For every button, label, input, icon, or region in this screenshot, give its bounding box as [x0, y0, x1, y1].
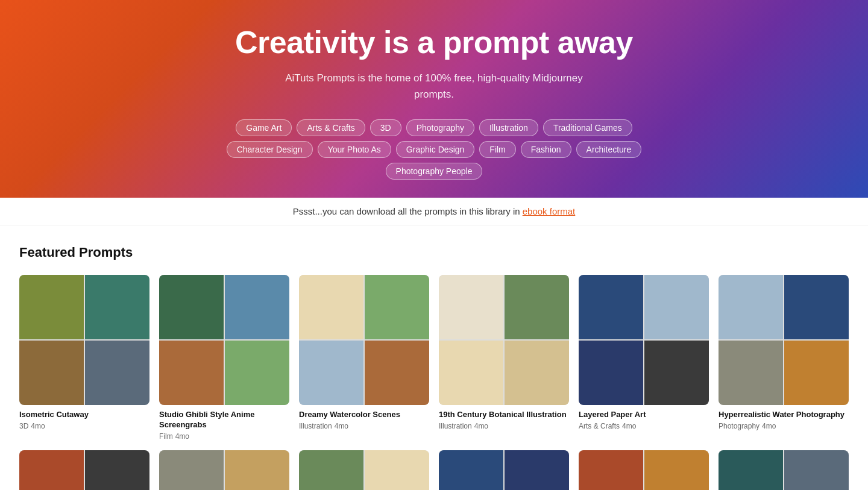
card-image [579, 275, 709, 405]
card-image-cell-3 [644, 341, 709, 405]
card-title: Isometric Cutaway [19, 410, 149, 420]
tag-graphic-design[interactable]: Graphic Design [396, 141, 475, 158]
card-image-cell-2 [159, 341, 224, 405]
card-image-cell-0 [159, 275, 224, 339]
card-image-cell-1 [365, 275, 429, 339]
card-age: 4mo [31, 422, 45, 430]
card-image-cell-0 [579, 275, 643, 339]
card-title: Dreamy Watercolor Scenes [299, 410, 429, 420]
card-image-cell-3 [784, 341, 849, 405]
cards-grid-row1: Isometric Cutaway3D4moStudio Ghibli Styl… [19, 275, 849, 441]
card-fantasy-miniatures[interactable]: Fantasy MiniaturesTraditional Games4mo [19, 450, 149, 490]
card-isometric-cutaway[interactable]: Isometric Cutaway3D4mo [19, 275, 149, 441]
card-image-cell-2 [19, 341, 84, 405]
hero-title: Creativity is a prompt away [235, 24, 633, 60]
card-board-game-box-art[interactable]: Board Game Box ArtTraditional Games4mo [579, 450, 709, 490]
hero-subtitle: AiTuts Prompts is the home of 100% free,… [283, 70, 585, 102]
card-age: 4mo [335, 422, 348, 430]
card-image [719, 275, 849, 405]
tag-architecture[interactable]: Architecture [576, 141, 642, 158]
card-image-cell-0 [439, 450, 503, 490]
tag-illustration[interactable]: Illustration [479, 119, 538, 136]
card-image [579, 450, 709, 490]
announcement-text: Pssst...you can download all the prompts… [293, 206, 523, 216]
tag-your-photo-as[interactable]: Your Photo As [318, 141, 391, 158]
card-vintage-postage-stamps[interactable]: Vintage Postage StampsGraphic Design4mo [439, 450, 569, 490]
card-image [159, 450, 289, 490]
tag-game-art[interactable]: Game Art [236, 119, 292, 136]
hero-section: Creativity is a prompt away AiTuts Promp… [0, 0, 868, 198]
tag-character-design[interactable]: Character Design [227, 141, 313, 158]
card-meta: Illustration4mo [299, 422, 429, 430]
tag-photography[interactable]: Photography [406, 119, 474, 136]
card-image-cell-3 [365, 341, 429, 405]
card-meta: Film4mo [159, 432, 289, 441]
card-image-cell-2 [439, 341, 503, 405]
card-title: Layered Paper Art [579, 410, 709, 420]
card-image [299, 450, 429, 490]
card-title: Hyperrealistic Water Photography [719, 410, 849, 420]
tag-fashion[interactable]: Fashion [521, 141, 571, 158]
cards-grid-row2: Fantasy MiniaturesTraditional Games4moRe… [19, 450, 849, 490]
card-category: Illustration [439, 422, 472, 430]
card-realistic-portrait-study[interactable]: Realistic Portrait StudyPhotography4mo [159, 450, 289, 490]
ebook-link[interactable]: ebook format [523, 206, 576, 216]
card-title: 19th Century Botanical Illustration [439, 410, 569, 420]
card-meta: 3D4mo [19, 422, 149, 430]
card-image-cell-1 [505, 450, 569, 490]
card-category: Photography [719, 422, 760, 430]
card-image-cell-0 [159, 450, 224, 490]
card-image-cell-2 [299, 341, 363, 405]
card-meta: Illustration4mo [439, 422, 569, 430]
card-minimalist-plant-photography[interactable]: Minimalist Plant PhotographyPhotography4… [299, 450, 429, 490]
card-image [439, 275, 569, 405]
featured-section: Featured Prompts Isometric Cutaway3D4moS… [0, 225, 868, 490]
card-image-cell-3 [505, 341, 569, 405]
card-image-cell-1 [225, 275, 289, 339]
card-image [719, 450, 849, 490]
card-image-cell-1 [505, 275, 569, 339]
card-image-cell-1 [365, 450, 429, 490]
tag-photography-people[interactable]: Photography People [386, 163, 483, 180]
card-dreamy-watercolor-scenes[interactable]: Dreamy Watercolor ScenesIllustration4mo [299, 275, 429, 441]
card-age: 4mo [175, 432, 189, 441]
tag-film[interactable]: Film [479, 141, 515, 158]
card-category: 3D [19, 422, 28, 430]
card-image-cell-0 [439, 275, 503, 339]
card-meta: Photography4mo [719, 422, 849, 430]
card-image-cell-0 [719, 450, 783, 490]
card-image-cell-1 [85, 450, 149, 490]
card-hyperrealistic-water-photography[interactable]: Hyperrealistic Water PhotographyPhotogra… [719, 275, 849, 441]
card-image [19, 450, 149, 490]
card-category: Arts & Crafts [579, 422, 620, 430]
tag-3d[interactable]: 3D [370, 119, 401, 136]
card-19th-century-botanical-illustration[interactable]: 19th Century Botanical IllustrationIllus… [439, 275, 569, 441]
card-image-cell-2 [579, 341, 643, 405]
tag-traditional-games[interactable]: Traditional Games [543, 119, 632, 136]
card-age: 4mo [474, 422, 488, 430]
card-image-cell-1 [784, 275, 849, 339]
card-age: 4mo [622, 422, 636, 430]
card-image-cell-1 [644, 275, 709, 339]
card-image-cell-0 [579, 450, 643, 490]
card-dramatic-mountain-photography[interactable]: Dramatic Mountain PhotographyPhotography… [719, 450, 849, 490]
card-image-cell-1 [784, 450, 849, 490]
section-title: Featured Prompts [19, 245, 849, 260]
card-title: Studio Ghibli Style Anime Screengrabs [159, 410, 289, 430]
card-image-cell-0 [299, 450, 363, 490]
card-image [19, 275, 149, 405]
card-image-cell-0 [19, 450, 84, 490]
card-image-cell-3 [225, 341, 289, 405]
card-layered-paper-art[interactable]: Layered Paper ArtArts & Crafts4mo [579, 275, 709, 441]
card-image [159, 275, 289, 405]
card-image-cell-0 [299, 275, 363, 339]
card-image [299, 275, 429, 405]
card-meta: Arts & Crafts4mo [579, 422, 709, 430]
card-image [439, 450, 569, 490]
card-image-cell-2 [719, 341, 783, 405]
card-category: Film [159, 432, 173, 441]
tag-arts-&-crafts[interactable]: Arts & Crafts [297, 119, 365, 136]
card-image-cell-0 [719, 275, 783, 339]
card-studio-ghibli-style-anime-screengrabs[interactable]: Studio Ghibli Style Anime ScreengrabsFil… [159, 275, 289, 441]
card-category: Illustration [299, 422, 332, 430]
